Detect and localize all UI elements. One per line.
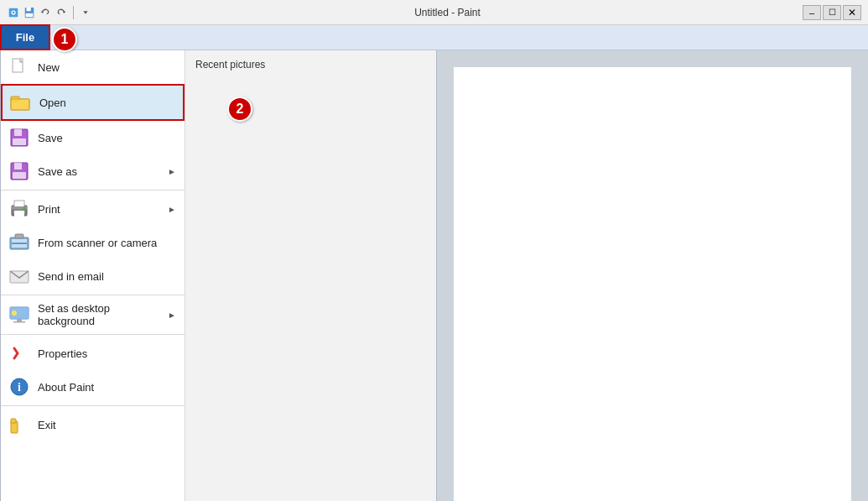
separator-1	[1, 190, 185, 190]
save-menu-icon	[8, 126, 31, 149]
file-menu-left: New Open	[1, 50, 185, 501]
about-label: About Paint	[38, 381, 176, 394]
paint-app-icon	[7, 6, 20, 19]
paint-canvas[interactable]	[454, 67, 851, 501]
svg-rect-12	[11, 99, 29, 110]
recent-pictures-panel: Recent pictures 2	[185, 50, 436, 501]
separator-3	[1, 334, 185, 335]
menu-item-new[interactable]: New	[1, 50, 185, 84]
svg-rect-21	[14, 211, 24, 217]
svg-rect-4	[27, 7, 31, 10]
menu-item-about[interactable]: i About Paint	[1, 370, 185, 404]
menu-item-save[interactable]: Save	[1, 121, 185, 154]
menu-item-exit[interactable]: Exit	[1, 408, 185, 441]
desktop-label: Set as desktop background	[38, 302, 168, 327]
redo-icon[interactable]	[55, 6, 68, 19]
svg-rect-17	[14, 163, 22, 170]
menu-item-desktop[interactable]: Set as desktop background ►	[1, 297, 185, 332]
annotation-2: 2	[227, 97, 252, 122]
open-label: Open	[39, 97, 174, 109]
title-bar: Untitled - Paint – ☐ ✕	[0, 0, 868, 25]
minimize-button[interactable]: –	[803, 5, 821, 20]
print-icon	[8, 197, 31, 221]
quick-save-icon[interactable]	[23, 6, 36, 19]
email-icon	[8, 264, 31, 288]
svg-rect-15	[13, 138, 26, 145]
save-as-arrow: ►	[168, 167, 176, 176]
menu-item-save-as[interactable]: Save as ►	[1, 154, 185, 188]
svg-point-31	[12, 311, 17, 316]
svg-rect-26	[12, 243, 27, 244]
titlebar-divider	[73, 6, 74, 19]
svg-rect-14	[14, 129, 22, 136]
print-arrow: ►	[168, 205, 176, 214]
svg-rect-18	[13, 172, 26, 179]
titlebar-icons[interactable]	[7, 6, 92, 19]
open-folder-icon	[9, 91, 33, 114]
desktop-icon	[8, 303, 31, 326]
scanner-label: From scanner or camera	[38, 237, 176, 249]
scanner-icon	[8, 231, 31, 254]
main-workspace	[437, 50, 868, 501]
svg-rect-37	[11, 419, 16, 423]
exit-label: Exit	[38, 419, 176, 431]
save-as-label: Save as	[38, 165, 168, 178]
desktop-arrow: ►	[168, 311, 176, 320]
svg-marker-7	[64, 10, 66, 13]
new-label: New	[38, 61, 176, 74]
properties-label: Properties	[38, 347, 176, 360]
new-file-icon	[8, 55, 31, 79]
menu-item-print[interactable]: Print ►	[1, 192, 185, 226]
menu-item-open[interactable]: Open	[1, 84, 185, 121]
file-menu-panel: New Open	[0, 50, 437, 501]
about-icon: i	[8, 375, 31, 399]
svg-rect-32	[17, 319, 22, 321]
svg-point-2	[13, 11, 15, 13]
menu-item-properties[interactable]: Properties	[1, 337, 185, 370]
menu-item-scanner[interactable]: From scanner or camera	[1, 226, 185, 259]
save-label: Save	[38, 132, 176, 144]
file-button[interactable]: File	[0, 24, 50, 51]
window-controls[interactable]: – ☐ ✕	[803, 5, 861, 20]
svg-marker-8	[83, 11, 87, 14]
email-label: Send in email	[38, 270, 176, 283]
annotation-1: 1	[52, 27, 77, 52]
window-title: Untitled - Paint	[96, 7, 799, 18]
ribbon-header: File 1	[0, 25, 868, 50]
file-menu-wrapper: New Open	[1, 50, 436, 501]
separator-4	[1, 405, 185, 406]
properties-icon	[8, 342, 31, 365]
svg-rect-27	[15, 234, 23, 238]
menu-item-email[interactable]: Send in email	[1, 259, 185, 293]
svg-point-23	[23, 207, 26, 210]
maximize-button[interactable]: ☐	[823, 5, 841, 20]
save-as-icon	[8, 159, 31, 183]
print-label: Print	[38, 203, 168, 216]
svg-rect-33	[13, 321, 25, 323]
svg-rect-5	[26, 13, 34, 16]
close-button[interactable]: ✕	[843, 5, 861, 20]
exit-icon	[8, 413, 31, 436]
undo-icon[interactable]	[39, 6, 52, 19]
svg-marker-6	[41, 10, 44, 13]
svg-rect-20	[14, 201, 24, 207]
recent-pictures-title: Recent pictures	[195, 59, 426, 70]
customize-icon[interactable]	[79, 6, 92, 19]
app-container: New Open	[0, 50, 868, 501]
separator-2	[1, 295, 185, 295]
svg-text:i: i	[18, 381, 21, 394]
